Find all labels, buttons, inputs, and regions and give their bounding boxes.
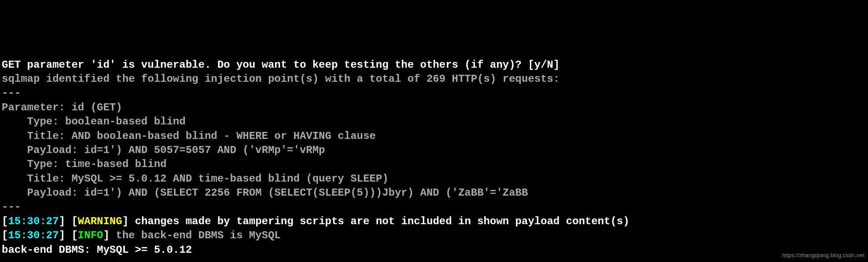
separator-line: --- xyxy=(2,86,866,100)
title1-line: Title: AND boolean-based blind - WHERE o… xyxy=(2,129,866,143)
type1-line: Type: boolean-based blind xyxy=(2,115,866,129)
timestamp: 15:30:27 xyxy=(8,229,59,241)
warning-line: [15:30:27] [WARNING] changes made by tam… xyxy=(2,215,866,229)
watermark-text: https://zhangqiang.blog.csdn.net xyxy=(782,251,864,259)
separator-line: --- xyxy=(2,200,866,214)
info-label: INFO xyxy=(78,229,103,241)
parameter-line: Parameter: id (GET) xyxy=(2,101,866,115)
info-line: [15:30:27] [INFO] the back-end DBMS is M… xyxy=(2,229,866,243)
type2-line: Type: time-based blind xyxy=(2,157,866,171)
vulnerable-prompt-line: GET parameter 'id' is vulnerable. Do you… xyxy=(2,58,866,72)
dbms-line: back-end DBMS: MySQL >= 5.0.12 xyxy=(2,243,866,257)
injection-summary-line: sqlmap identified the following injectio… xyxy=(2,72,866,86)
info-message: the back-end DBMS is MySQL xyxy=(110,229,281,241)
timestamp: 15:30:27 xyxy=(8,215,59,227)
payload1-line: Payload: id=1') AND 5057=5057 AND ('vRMp… xyxy=(2,143,866,157)
terminal-output: GET parameter 'id' is vulnerable. Do you… xyxy=(2,58,866,257)
warning-label: WARNING xyxy=(78,215,122,227)
title2-line: Title: MySQL >= 5.0.12 AND time-based bl… xyxy=(2,172,866,186)
warning-message: changes made by tampering scripts are no… xyxy=(129,215,629,227)
payload2-line: Payload: id=1') AND (SELECT 2256 FROM (S… xyxy=(2,186,866,200)
